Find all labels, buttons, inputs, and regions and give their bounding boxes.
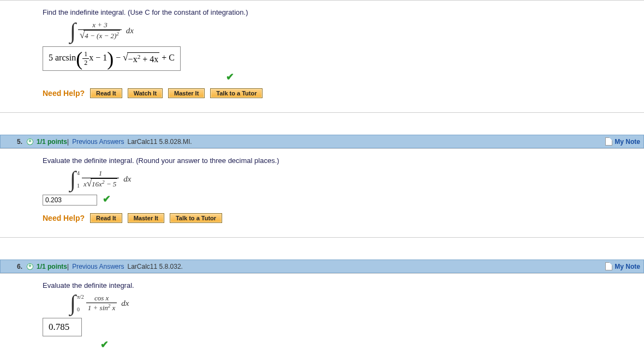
q4-num: x + 3 (91, 21, 109, 29)
expand-icon[interactable]: + (27, 263, 33, 270)
q5-integral: ∫ 41 1 x√16x2 − 5 dx (70, 169, 639, 189)
talk-to-tutor-button[interactable]: Talk to a Tutor (210, 88, 263, 98)
q6-num: cos x (93, 294, 110, 303)
q5-number: 5. (4, 138, 27, 146)
q4-den-inside: 4 − (x − 2) (85, 32, 116, 40)
q4-a-coef: 5 arcsin (49, 53, 76, 62)
q4-answer-box[interactable]: 5 arcsin(12x − 1) − √−x2 + 4x + C (43, 46, 181, 71)
q4-den-exp: 2 (116, 31, 119, 37)
check-icon: ✔ (103, 194, 111, 204)
previous-answers-link[interactable]: Previous Answers (72, 138, 124, 146)
question-5-body: Evaluate the definite integral. (Round y… (0, 148, 644, 238)
q5-num: 1 (97, 169, 104, 178)
q4-integral: ∫ x + 3 √4 − (x − 2)2 dx (70, 21, 639, 41)
integral-icon: ∫ (70, 173, 76, 186)
expand-icon[interactable]: + (27, 138, 33, 145)
q4-help-row: Need Help? Read It Watch It Master It Ta… (43, 88, 639, 98)
q6-ref: LarCalc11 5.8.032. (128, 263, 183, 270)
q5-prompt: Evaluate the definite integral. (Round y… (43, 156, 639, 165)
check-icon: ✔ (100, 339, 109, 350)
q5-points: 1/1 points (37, 138, 67, 146)
integral-icon: ∫ (70, 297, 76, 310)
q6-integral: ∫ π/20 cos x 1 + sin2 x dx (70, 294, 639, 312)
need-help-label: Need Help? (43, 89, 85, 98)
watch-it-button[interactable]: Watch It (128, 88, 163, 98)
q6-answer-box[interactable]: 0.785 (43, 318, 82, 336)
need-help-label: Need Help? (43, 214, 85, 222)
master-it-button[interactable]: Master It (128, 213, 164, 223)
q5-header: 5. + 1/1 points | Previous Answers LarCa… (0, 135, 644, 148)
question-4-body: Find the indefinite integral. (Use C for… (0, 0, 644, 113)
previous-answers-link[interactable]: Previous Answers (72, 263, 124, 270)
q5-ref: LarCalc11 5.8.028.MI. (128, 138, 192, 146)
my-notes-link[interactable]: My Note (615, 138, 640, 146)
integral-icon: ∫ (70, 25, 76, 38)
q6-prompt: Evaluate the definite integral. (43, 281, 639, 289)
read-it-button[interactable]: Read It (90, 213, 122, 223)
q4-dx: dx (126, 26, 134, 35)
talk-to-tutor-button[interactable]: Talk to a Tutor (170, 213, 222, 223)
notes-icon[interactable] (605, 262, 612, 270)
question-6-body: Evaluate the definite integral. ∫ π/20 c… (0, 273, 644, 356)
my-notes-link[interactable]: My Note (615, 263, 640, 270)
check-icon: ✔ (226, 71, 234, 82)
q6-number: 6. (4, 263, 27, 270)
q5-dx: dx (123, 174, 131, 184)
q5-help-row: Need Help? Read It Master It Talk to a T… (43, 213, 639, 223)
q6-header: 6. + 1/1 points | Previous Answers LarCa… (0, 260, 644, 273)
read-it-button[interactable]: Read It (90, 88, 122, 98)
notes-icon[interactable] (605, 137, 612, 146)
master-it-button[interactable]: Master It (168, 88, 205, 98)
q6-points: 1/1 points (37, 263, 67, 270)
q5-answer-box[interactable]: 0.203 (43, 195, 97, 206)
q6-dx: dx (121, 299, 129, 308)
q4-prompt: Find the indefinite integral. (Use C for… (43, 8, 639, 16)
